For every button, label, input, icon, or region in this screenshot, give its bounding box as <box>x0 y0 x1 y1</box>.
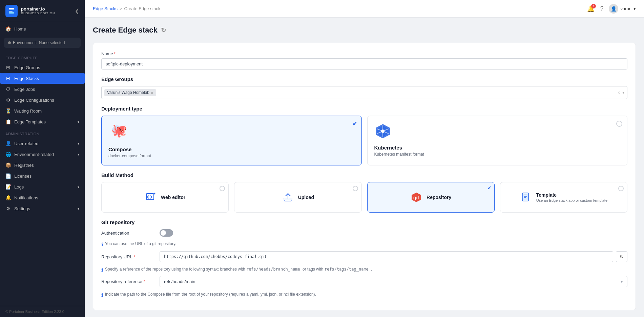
edge-templates-expand-icon: ▾ <box>78 120 79 124</box>
build-card-repository[interactable]: ✔ git Repository <box>367 182 495 213</box>
edge-groups-icon: ⊞ <box>5 65 11 70</box>
sidebar-item-waiting-room-label: Waiting Room <box>14 108 42 114</box>
edge-group-tag: Varun's Wago Homelab × <box>104 89 156 96</box>
notification-badge: 1 <box>591 4 596 8</box>
repo-url-label: Repository URL* <box>101 254 155 259</box>
sidebar-item-edge-templates-label: Edge Templates <box>14 119 46 124</box>
repo-ref-select[interactable]: refs/heads/main ▾ <box>160 276 627 287</box>
portainer-logo-icon <box>5 5 18 17</box>
registries-icon: 📦 <box>5 162 11 168</box>
auth-toggle-track[interactable] <box>160 229 173 237</box>
svg-rect-16 <box>522 193 528 201</box>
edge-groups-section-title: Edge Groups <box>101 76 627 82</box>
upload-icon <box>282 191 294 203</box>
auth-toggle[interactable] <box>160 229 173 237</box>
repo-url-refresh-button[interactable]: ↻ <box>616 251 627 262</box>
kubernetes-title: Kubernetes <box>374 145 621 151</box>
template-content: Template Use an Edge stack app or custom… <box>520 191 607 203</box>
licenses-icon: 📄 <box>5 173 11 179</box>
logs-expand-icon: ▾ <box>78 185 79 189</box>
page-title: Create Edge stack ↻ <box>93 26 636 35</box>
page-refresh-button[interactable]: ↻ <box>161 26 166 34</box>
repository-checkmark: ✔ <box>487 185 492 191</box>
deploy-card-compose[interactable]: ✔ 🐙 Compose docker-compose format <box>101 116 362 165</box>
svg-point-13 <box>153 193 155 195</box>
web-editor-content: Web editor <box>145 191 185 203</box>
notifications-bell-button[interactable]: 🔔 1 <box>587 5 595 13</box>
ref-hint-code1: refs/heads/branch_name <box>246 267 303 272</box>
build-card-template[interactable]: Template Use an Edge stack app or custom… <box>500 182 627 213</box>
git-section-title: Git repository <box>101 219 627 225</box>
repo-url-input-group: ↻ <box>160 251 627 262</box>
compose-path-hint-row: ℹ Indicate the path to the Compose file … <box>101 292 627 298</box>
sidebar-item-edge-stacks-label: Edge Stacks <box>14 76 39 81</box>
env-status-dot <box>8 41 11 44</box>
sidebar-item-edge-stacks[interactable]: ⊟ Edge Stacks <box>0 73 85 84</box>
user-menu[interactable]: 👤 varun ▾ <box>609 4 636 14</box>
compose-desc: docker-compose format <box>108 154 355 158</box>
name-field: Name* <box>101 51 627 70</box>
sidebar-item-user-related[interactable]: 👤 User-related ▾ <box>0 138 85 149</box>
sidebar-item-home[interactable]: 🏠 Home <box>0 23 85 34</box>
environment-selector[interactable]: Environment: None selected <box>4 38 81 48</box>
sidebar-item-logs[interactable]: 📝 Logs ▾ <box>0 181 85 192</box>
svg-rect-3 <box>9 12 14 14</box>
repo-ref-required: * <box>144 279 145 284</box>
repository-title: Repository <box>427 195 451 200</box>
svg-rect-0 <box>9 8 14 9</box>
build-card-web-editor[interactable]: Web editor <box>101 182 229 213</box>
repo-url-row: Repository URL* ↻ <box>101 251 627 262</box>
repo-url-input[interactable] <box>160 251 613 262</box>
help-button[interactable]: ? <box>600 5 603 12</box>
deploy-card-kubernetes[interactable]: Kubernetes Kubernetes manifest format <box>367 116 628 165</box>
breadcrumb-parent-link[interactable]: Edge Stacks <box>93 6 118 11</box>
edge-groups-field: Edge Groups Varun's Wago Homelab × × ▾ <box>101 76 627 99</box>
sidebar-item-notifications[interactable]: 🔔 Notifications <box>0 192 85 203</box>
web-editor-icon <box>145 191 157 203</box>
edge-groups-clear-button[interactable]: × <box>618 90 620 95</box>
build-card-upload[interactable]: Upload <box>234 182 361 213</box>
sidebar-item-licenses[interactable]: 📄 Licenses <box>0 171 85 181</box>
build-method-title: Build Method <box>101 172 627 178</box>
sidebar-collapse-button[interactable]: ❮ <box>75 8 79 14</box>
sidebar-item-environment-related[interactable]: 🌐 Environment-related ▾ <box>0 149 85 160</box>
settings-icon: ⚙ <box>5 206 11 211</box>
svg-rect-1 <box>9 9 14 10</box>
authentication-row: Authentication <box>101 229 627 237</box>
ref-hint-icon: ℹ <box>101 267 103 273</box>
user-menu-chevron: ▾ <box>633 6 636 11</box>
sidebar-item-edge-jobs-label: Edge Jobs <box>14 87 35 92</box>
template-icon <box>520 191 532 203</box>
sidebar-item-edge-configurations-label: Edge Configurations <box>14 98 54 103</box>
repo-url-required: * <box>134 254 136 259</box>
sidebar-item-waiting-room[interactable]: ⏳ Waiting Room <box>0 105 85 116</box>
sidebar-item-edge-configurations[interactable]: ⚙ Edge Configurations <box>0 95 85 105</box>
env-value: None selected <box>39 40 65 45</box>
build-method-cards: Web editor <box>101 182 627 213</box>
sidebar-item-edge-groups[interactable]: ⊞ Edge Groups <box>0 62 85 73</box>
sidebar-item-edge-jobs[interactable]: ⏱ Edge Jobs <box>0 84 85 95</box>
compose-selected-checkmark: ✔ <box>352 120 357 127</box>
ref-hint-text: Specify a reference of the repository us… <box>105 267 372 272</box>
user-related-expand-icon: ▾ <box>78 142 79 145</box>
administration-section-label: Administration <box>0 127 85 138</box>
environment-related-expand-icon: ▾ <box>78 153 79 156</box>
edge-jobs-icon: ⏱ <box>5 86 11 92</box>
edge-groups-dropdown-button[interactable]: ▾ <box>622 90 624 95</box>
sidebar-item-edge-templates[interactable]: 📋 Edge Templates ▾ <box>0 116 85 127</box>
deployment-type-field: Deployment type ✔ 🐙 <box>101 106 627 165</box>
edge-group-tag-remove-button[interactable]: × <box>151 90 153 95</box>
deployment-type-title: Deployment type <box>101 106 627 112</box>
sidebar-item-settings[interactable]: ⚙ Settings ▾ <box>0 203 85 214</box>
auth-hint-text: You can use the URL of a git repository. <box>105 241 176 246</box>
edge-groups-input[interactable]: Varun's Wago Homelab × × ▾ <box>101 86 627 99</box>
repository-content: git Repository <box>410 191 451 203</box>
sidebar-item-licenses-label: Licenses <box>14 174 32 179</box>
app-edition: BUSINESS EDITION <box>21 12 55 15</box>
sidebar-item-registries[interactable]: 📦 Registries <box>0 160 85 171</box>
svg-text:git: git <box>413 195 419 200</box>
name-input[interactable] <box>101 58 627 70</box>
edge-templates-icon: 📋 <box>5 119 11 124</box>
edge-configurations-icon: ⚙ <box>5 97 11 103</box>
git-repository-section: Git repository Authentication ℹ You can … <box>101 219 627 298</box>
